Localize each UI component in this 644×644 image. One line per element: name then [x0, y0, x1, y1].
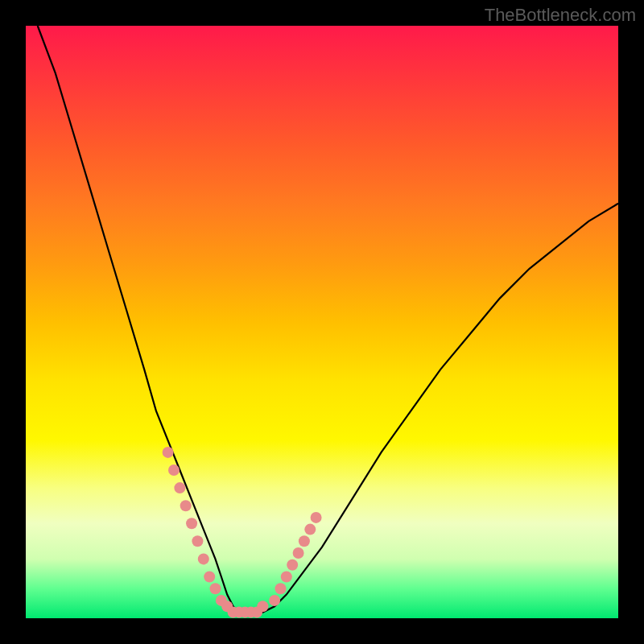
highlight-dot [275, 583, 287, 594]
highlight-dot [174, 482, 185, 493]
highlight-dot [186, 518, 197, 529]
highlight-markers [163, 447, 322, 618]
highlight-dot [311, 512, 322, 523]
highlight-dot [168, 464, 180, 476]
highlight-dot [287, 559, 298, 571]
highlight-dot [192, 535, 203, 547]
highlight-dot [281, 572, 292, 583]
highlight-dot [293, 547, 304, 559]
highlight-dot [210, 583, 221, 594]
chart-svg [0, 0, 644, 644]
curve-path [38, 26, 618, 613]
highlight-dot [198, 553, 209, 564]
highlight-dot [204, 572, 215, 583]
watermark-text: TheBottleneck.com [485, 5, 636, 26]
highlight-dot [269, 595, 280, 606]
bottleneck-curve [38, 26, 618, 613]
highlight-dot [163, 447, 174, 458]
highlight-dot [299, 535, 310, 547]
highlight-dot [257, 601, 268, 612]
highlight-dot [304, 524, 316, 535]
highlight-dot [180, 500, 192, 511]
